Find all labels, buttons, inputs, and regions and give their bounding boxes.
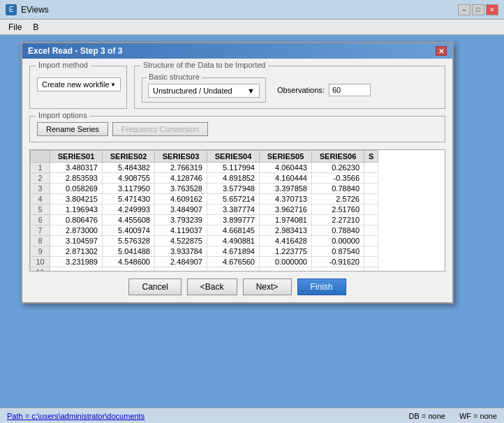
next-button[interactable]: Next> [243,279,292,295]
table-row: 43.8042155.4714304.6091625.6572144.37071… [31,194,378,205]
cell-r4-c5: 4.370713 [260,194,312,205]
cell-r5-extra [364,205,378,215]
cell-r11-extra [364,267,378,272]
cell-r9-extra [364,246,378,257]
table-row: 83.1045975.5763284.5228754.4908814.41642… [31,236,378,246]
cell-r5-c5: 3.962716 [260,205,312,215]
data-table-scroll[interactable]: SERIES01 SERIES02 SERIES03 SERIES04 SERI… [30,150,445,271]
cell-r8-c3: 4.522875 [155,236,207,246]
cell-r11-c6 [312,267,364,272]
table-row: 60.8064764.4556083.7932393.8997771.97408… [31,215,378,225]
cell-r4-c3: 4.609162 [155,194,207,205]
status-wf: WF = none [459,412,497,420]
dialog-excel-read: Excel Read - Step 3 of 3 ✕ Import method… [21,42,454,304]
cell-r3-c4: 3.577948 [207,184,260,194]
table-row: 72.8730005.4009744.1190374.6681452.98341… [31,225,378,236]
cell-r8-c1: 3.104597 [50,236,103,246]
cell-r1-c6: 0.26230 [312,163,364,173]
cell-r6-extra [364,215,378,225]
observations-input[interactable] [329,84,371,96]
cell-r5-c4: 3.387774 [207,205,260,215]
basic-structure-arrow-icon: ▼ [247,87,255,95]
basic-structure-dropdown[interactable]: Unstructured / Undated ▼ [148,84,260,98]
cell-r10-c3: 2.484907 [155,257,207,267]
maximize-button[interactable]: □ [472,4,484,15]
observations-label: Observations: [277,86,325,94]
cell-r2-c1: 2.853593 [50,173,103,184]
cell-rownum: 8 [31,236,50,246]
menu-file[interactable]: File [3,21,27,34]
cell-rownum: 2 [31,173,50,184]
minimize-button[interactable]: – [458,4,470,15]
cell-rownum: 4 [31,194,50,205]
cell-r10-c1: 3.231989 [50,257,103,267]
cell-r2-c5: 4.160444 [260,173,312,184]
cell-r3-c2: 3.117950 [103,184,155,194]
structure-group: Structure of the Data to be Imported Bas… [134,66,445,109]
col-header-s05: SERIES05 [260,151,312,163]
back-button[interactable]: <Back [187,279,237,295]
dropdown-arrow-icon: ▼ [110,82,116,88]
import-options-group: Import options Rename Series Frequency C… [29,116,445,142]
col-header-rownum [31,151,50,163]
app-title-label: EViews [21,5,49,15]
cell-rownum: 6 [31,215,50,225]
dialog-title-bar: Excel Read - Step 3 of 3 ✕ [22,43,452,59]
menu-b[interactable]: B [27,21,44,34]
cell-r1-c1: 3.480317 [50,163,103,173]
basic-structure-value: Unstructured / Undated [153,87,232,95]
cell-rownum: 5 [31,205,50,215]
app-close-button[interactable]: ✕ [486,4,498,15]
main-area: Excel Read - Step 3 of 3 ✕ Import method… [0,35,504,423]
cancel-button[interactable]: Cancel [128,279,181,295]
data-table-container: SERIES01 SERIES02 SERIES03 SERIES04 SERI… [29,149,445,272]
import-method-group: Import method Create new workfile ▼ [29,66,127,109]
table-row: 11 [31,267,378,272]
cell-r11-c1 [50,267,103,272]
finish-button[interactable]: Finish [297,279,346,295]
table-row: 22.8535934.9087554.1287464.8918524.16044… [31,173,378,184]
cell-r9-c3: 3.933784 [155,246,207,257]
cell-rownum: 7 [31,225,50,236]
cell-r6-c1: 0.806476 [50,215,103,225]
cell-r6-c3: 3.793239 [155,215,207,225]
cell-r7-c3: 4.119037 [155,225,207,236]
cell-r3-c1: 0.058269 [50,184,103,194]
table-row: 13.4803175.4843822.7663195.1179944.06044… [31,163,378,173]
cell-r7-c4: 4.668145 [207,225,260,236]
table-row: 51.1969434.2499933.4849073.3877743.96271… [31,205,378,215]
cell-r2-c2: 4.908755 [103,173,155,184]
cell-r10-extra [364,257,378,267]
import-method-dropdown[interactable]: Create new workfile ▼ [37,77,121,91]
app-icon: E [6,4,17,15]
rename-series-button[interactable]: Rename Series [37,122,108,136]
basic-structure-legend: Basic structure [147,73,202,81]
cell-r2-c4: 4.891852 [207,173,260,184]
cell-rownum: 1 [31,163,50,173]
cell-r1-extra [364,163,378,173]
cell-r1-c3: 2.766319 [155,163,207,173]
col-header-s03: SERIES03 [155,151,207,163]
cell-r9-c2: 5.041488 [103,246,155,257]
import-method-value: Create new workfile [42,80,110,89]
observations-row: Observations: [277,84,371,96]
cell-r5-c1: 1.196943 [50,205,103,215]
cell-r4-extra [364,194,378,205]
app-title-bar: E EViews – □ ✕ [0,0,504,20]
cell-r7-c1: 2.873000 [50,225,103,236]
frequency-conversion-button[interactable]: Frequency Conversion [112,122,208,136]
cell-r11-c5 [260,267,312,272]
cell-r4-c1: 3.804215 [50,194,103,205]
table-row: 92.8713025.0414883.9337844.6718941.22377… [31,246,378,257]
status-bar: Path = c:\users\administrator\documents … [0,408,504,423]
cell-r1-c5: 4.060443 [260,163,312,173]
menu-bar: File B [0,20,504,35]
col-header-s01: SERIES01 [50,151,103,163]
cell-r7-c6: 0.78840 [312,225,364,236]
structure-legend: Structure of the Data to be Imported [140,61,268,69]
cell-rownum: 9 [31,246,50,257]
cell-r9-c6: 0.87540 [312,246,364,257]
top-panels-row: Import method Create new workfile ▼ Stru… [29,66,445,109]
dialog-close-button[interactable]: ✕ [436,46,447,56]
cell-r10-c5: 0.000000 [260,257,312,267]
